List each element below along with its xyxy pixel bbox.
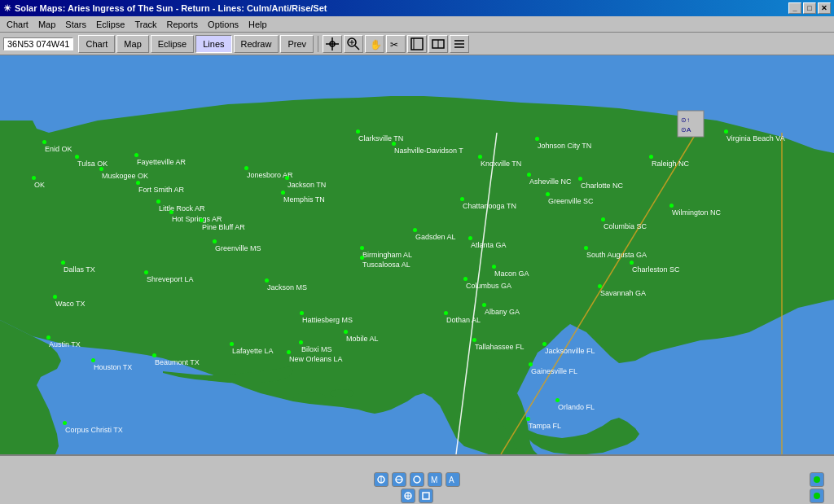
city-dot	[578, 177, 582, 181]
city-dot	[42, 140, 46, 144]
city-label: Mobile AL	[346, 335, 379, 343]
svg-line-4	[355, 46, 359, 50]
redraw-button[interactable]: Redraw	[234, 35, 279, 53]
city-label: Birmingham AL	[362, 251, 412, 259]
menu-chart[interactable]: Chart	[2, 18, 33, 31]
city-dot	[285, 176, 289, 180]
bottom-icon-2[interactable]	[392, 472, 406, 487]
city-label: Pine Bluff AR	[202, 223, 245, 231]
hand-icon-btn[interactable]: ✋	[365, 35, 384, 53]
city-dot	[75, 155, 79, 159]
city-label: South Augusta GA	[586, 251, 647, 259]
prev-button[interactable]: Prev	[280, 35, 314, 53]
list-icon-btn[interactable]	[450, 35, 469, 53]
bottom-panel: M A	[0, 454, 834, 504]
city-label: Fayetteville AR	[137, 158, 186, 166]
menu-reports[interactable]: Reports	[162, 18, 204, 31]
city-dot	[482, 303, 486, 307]
svg-text:A: A	[449, 476, 454, 484]
coordinates-display: 36N53 074W41	[3, 37, 73, 50]
city-dot	[152, 353, 156, 357]
city-dot	[91, 358, 95, 362]
city-label: Jackson MS	[267, 283, 307, 291]
city-dot	[360, 246, 364, 250]
city-dot	[300, 311, 304, 315]
city-dot	[535, 137, 539, 141]
chart-button[interactable]: Chart	[78, 35, 115, 53]
bottom-icon-5[interactable]: A	[446, 472, 460, 487]
app-icon: ☀	[3, 3, 11, 14]
city-dot	[63, 421, 67, 425]
crosshair-icon	[326, 37, 339, 50]
city-dot	[32, 176, 36, 180]
city-label: Waco TX	[55, 300, 86, 308]
city-dot	[472, 338, 476, 342]
city-label: Biloxi MS	[301, 345, 332, 353]
city-dot	[460, 197, 464, 201]
city-label: Chattanooga TN	[463, 202, 516, 210]
map-button[interactable]: Map	[116, 35, 148, 53]
menu-help[interactable]: Help	[244, 18, 272, 31]
svg-text:⊙↑: ⊙↑	[681, 116, 690, 124]
menu-options[interactable]: Options	[203, 18, 244, 31]
city-label: Tampa FL	[529, 422, 561, 430]
city-dot	[156, 199, 160, 204]
city-label: Tulsa OK	[77, 160, 108, 168]
crosshair-icon-btn[interactable]	[323, 35, 342, 53]
city-dot	[546, 192, 550, 196]
close-button[interactable]: ✕	[818, 2, 831, 14]
list-icon	[453, 37, 466, 50]
city-dot	[287, 350, 291, 354]
city-label: Muskogee OK	[102, 172, 148, 180]
city-dot	[529, 362, 533, 366]
city-label: Virginia Beach VA	[726, 134, 785, 142]
menu-stars[interactable]: Stars	[60, 18, 91, 31]
expand-icon-btn[interactable]	[428, 35, 448, 53]
svg-text:M: M	[431, 476, 437, 484]
bottom-icon-6[interactable]	[401, 489, 415, 503]
city-label: New Orleans LA	[289, 355, 343, 363]
lines-button[interactable]: Lines	[195, 35, 231, 53]
window-title: Solar Maps: Aries Ingress of The Sun - R…	[15, 3, 327, 13]
city-dot	[527, 173, 531, 177]
city-dot	[542, 342, 546, 346]
city-label: Jacksonville FL	[545, 347, 595, 355]
bottom-icon-7[interactable]	[419, 489, 433, 503]
menu-track[interactable]: Track	[129, 18, 161, 31]
map-container[interactable]: ⊙↑ ⊙A Enid OKTulsa OKMuskogee OKOKFort S…	[0, 55, 834, 454]
city-dot	[281, 191, 285, 195]
svg-rect-35	[423, 493, 429, 499]
frame-icon-btn[interactable]	[407, 35, 427, 53]
zoom-icon-btn[interactable]	[344, 35, 363, 53]
city-label: Columbia SC	[604, 222, 647, 230]
menu-map[interactable]: Map	[33, 18, 60, 31]
city-label: Greenville SC	[548, 197, 594, 205]
scissors-icon-btn[interactable]: ✂	[386, 35, 406, 53]
maximize-button[interactable]: □	[803, 2, 816, 14]
city-dot	[169, 210, 173, 214]
city-label: Houston TX	[94, 363, 132, 371]
expand-icon	[432, 37, 445, 50]
city-label: Johnson City TN	[538, 142, 591, 150]
bottom-icon-4[interactable]: M	[428, 472, 442, 487]
zoom-icon	[347, 37, 360, 50]
city-label: Raleigh NC	[652, 160, 689, 168]
city-dot	[53, 295, 57, 299]
city-dot	[392, 142, 396, 146]
city-dot	[356, 129, 360, 134]
city-dot	[649, 155, 653, 159]
city-dot	[61, 261, 65, 265]
bottom-icon-1[interactable]	[374, 472, 388, 487]
city-label: Charlotte NC	[581, 182, 623, 190]
eclipse-button[interactable]: Eclipse	[151, 35, 194, 53]
city-dot	[601, 217, 605, 221]
minimize-button[interactable]: _	[788, 2, 801, 14]
city-dot	[136, 181, 140, 185]
bottom-icon-3[interactable]	[410, 472, 424, 487]
right-icon-2[interactable]	[810, 489, 824, 503]
frame-icon	[410, 37, 424, 50]
city-label: Nashville-Davidson T	[394, 147, 463, 155]
scissors-icon: ✂	[389, 37, 402, 50]
menu-eclipse[interactable]: Eclipse	[91, 18, 129, 31]
right-icon-1[interactable]	[810, 472, 824, 487]
